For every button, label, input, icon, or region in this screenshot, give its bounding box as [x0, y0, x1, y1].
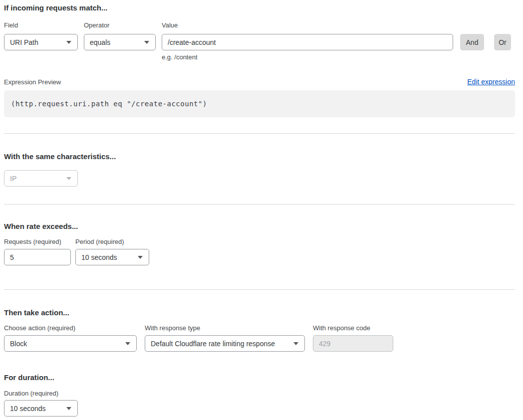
- field-label: Field: [4, 21, 84, 29]
- operator-label: Operator: [84, 21, 162, 29]
- duration-select-value: 10 seconds: [10, 405, 46, 413]
- rate-section-title: When rate exceeds...: [4, 222, 515, 230]
- action-controls-row: Block Default Cloudflare rate limiting r…: [4, 335, 515, 352]
- chevron-down-icon: [144, 41, 149, 44]
- rate-limiting-rule-form: If incoming requests match... Field Oper…: [0, 3, 523, 417]
- chevron-down-icon: [293, 342, 298, 345]
- response-type-select-value: Default Cloudflare rate limiting respons…: [151, 340, 275, 348]
- response-type-label: With response type: [145, 324, 313, 332]
- value-input[interactable]: [162, 34, 453, 50]
- requests-input[interactable]: [4, 249, 71, 265]
- characteristic-select: IP: [4, 170, 78, 187]
- field-select[interactable]: URI Path: [4, 34, 78, 50]
- expression-text: (http.request.uri.path eq "/create-accou…: [11, 100, 207, 108]
- requests-label: Requests (required): [4, 238, 75, 246]
- chevron-down-icon: [125, 342, 130, 345]
- choose-action-label: Choose action (required): [4, 324, 145, 332]
- period-select-value: 10 seconds: [81, 253, 117, 261]
- match-controls-row: URI Path equals And Or: [4, 34, 515, 50]
- chevron-down-icon: [66, 407, 71, 410]
- expression-preview-row: Expression Preview Edit expression: [4, 78, 515, 86]
- rate-labels-row: Requests (required) Period (required): [4, 238, 515, 246]
- or-button[interactable]: Or: [494, 34, 511, 50]
- response-type-select[interactable]: Default Cloudflare rate limiting respons…: [145, 335, 305, 352]
- operator-select[interactable]: equals: [84, 34, 156, 50]
- and-button[interactable]: And: [460, 34, 484, 50]
- response-code-label: With response code: [313, 324, 370, 332]
- period-label: Period (required): [75, 238, 124, 246]
- edit-expression-link[interactable]: Edit expression: [467, 78, 515, 86]
- action-select-value: Block: [10, 340, 27, 348]
- expression-preview-code: (http.request.uri.path eq "/create-accou…: [4, 90, 515, 117]
- action-select[interactable]: Block: [4, 335, 137, 352]
- value-hint: e.g. /content: [162, 53, 198, 61]
- match-labels-row: Field Operator Value: [4, 21, 515, 29]
- chevron-down-icon: [66, 177, 71, 180]
- action-labels-row: Choose action (required) With response t…: [4, 324, 515, 332]
- chevron-down-icon: [138, 256, 143, 259]
- section-divider: [4, 204, 515, 205]
- rate-controls-row: 10 seconds: [4, 249, 515, 265]
- characteristic-select-value: IP: [10, 175, 16, 183]
- section-divider: [4, 133, 515, 134]
- duration-label: Duration (required): [4, 390, 58, 398]
- characteristics-section-title: With the same characteristics...: [4, 152, 515, 161]
- value-hint-row: e.g. /content: [4, 53, 515, 61]
- chevron-down-icon: [66, 41, 71, 44]
- match-section-title: If incoming requests match...: [4, 3, 515, 12]
- section-divider: [4, 289, 515, 290]
- period-select[interactable]: 10 seconds: [75, 249, 149, 265]
- expression-preview-label: Expression Preview: [4, 78, 61, 86]
- action-section-title: Then take action...: [4, 308, 515, 317]
- field-select-value: URI Path: [10, 38, 38, 46]
- duration-section-title: For duration...: [4, 373, 515, 382]
- response-code-input: [313, 335, 393, 352]
- operator-select-value: equals: [90, 38, 110, 46]
- value-label: Value: [162, 21, 178, 29]
- duration-select[interactable]: 10 seconds: [4, 400, 78, 417]
